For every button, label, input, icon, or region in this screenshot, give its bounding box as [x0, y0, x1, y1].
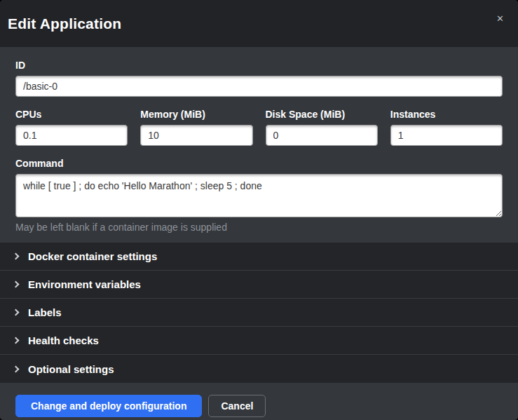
chevron-right-icon: [13, 337, 20, 344]
edit-application-modal: Edit Application ✕ ID CPUs Memory (MiB) …: [0, 0, 518, 420]
chevron-right-icon: [13, 253, 20, 260]
instances-label: Instances: [390, 109, 503, 120]
section-environment-variables[interactable]: Environment variables: [0, 271, 518, 299]
section-docker-container-settings[interactable]: Docker container settings: [0, 243, 518, 271]
cpus-label: CPUs: [15, 109, 128, 120]
command-input[interactable]: while [ true ] ; do echo 'Hello Marathon…: [15, 174, 503, 217]
id-label: ID: [15, 60, 503, 71]
change-and-deploy-button[interactable]: Change and deploy configuration: [15, 395, 202, 417]
section-label: Docker container settings: [28, 250, 157, 262]
resources-row: CPUs Memory (MiB) Disk Space (MiB) Insta…: [15, 109, 503, 146]
chevron-right-icon: [13, 365, 20, 372]
modal-header: Edit Application ✕: [0, 0, 518, 47]
instances-field-group: Instances: [390, 109, 503, 146]
accordion-sections: Docker container settings Environment va…: [0, 243, 518, 383]
section-label: Health checks: [28, 334, 99, 346]
close-button[interactable]: ✕: [493, 11, 507, 26]
command-help-text: May be left blank if a container image i…: [15, 222, 503, 233]
instances-input[interactable]: [390, 125, 503, 146]
memory-input[interactable]: [140, 125, 252, 146]
command-field-group: Command while [ true ] ; do echo 'Hello …: [15, 158, 503, 233]
disk-field-group: Disk Space (MiB): [266, 109, 378, 146]
cpus-field-group: CPUs: [15, 109, 128, 146]
command-label: Command: [15, 158, 503, 169]
chevron-right-icon: [13, 309, 20, 316]
cancel-button[interactable]: Cancel: [208, 395, 266, 417]
close-icon: ✕: [496, 13, 504, 24]
section-labels[interactable]: Labels: [0, 299, 518, 327]
id-field-group: ID: [15, 60, 503, 97]
section-label: Optional settings: [28, 363, 114, 375]
section-optional-settings[interactable]: Optional settings: [0, 355, 518, 383]
disk-label: Disk Space (MiB): [266, 109, 378, 120]
modal-body: ID CPUs Memory (MiB) Disk Space (MiB) In…: [0, 47, 518, 233]
modal-footer: Change and deploy configuration Cancel: [0, 383, 518, 420]
page-title: Edit Application: [8, 15, 121, 32]
section-health-checks[interactable]: Health checks: [0, 327, 518, 355]
section-label: Environment variables: [28, 278, 141, 290]
id-input[interactable]: [15, 76, 503, 97]
chevron-right-icon: [13, 281, 20, 288]
memory-field-group: Memory (MiB): [140, 109, 252, 146]
memory-label: Memory (MiB): [140, 109, 252, 120]
cpus-input[interactable]: [15, 125, 128, 146]
disk-input[interactable]: [266, 125, 378, 146]
section-label: Labels: [28, 306, 62, 318]
